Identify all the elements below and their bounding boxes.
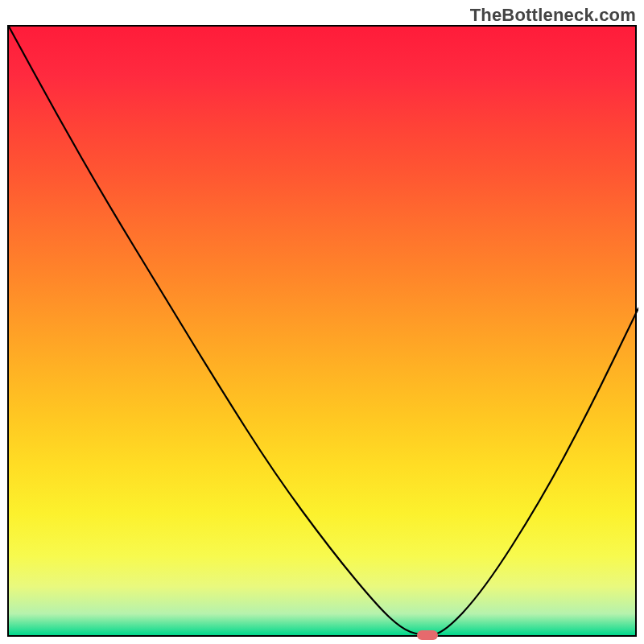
chart-frame (7, 25, 637, 637)
curve-path (9, 27, 638, 635)
highlight-marker (417, 630, 438, 640)
line-curve (9, 27, 638, 638)
watermark-text: TheBottleneck.com (470, 5, 636, 26)
